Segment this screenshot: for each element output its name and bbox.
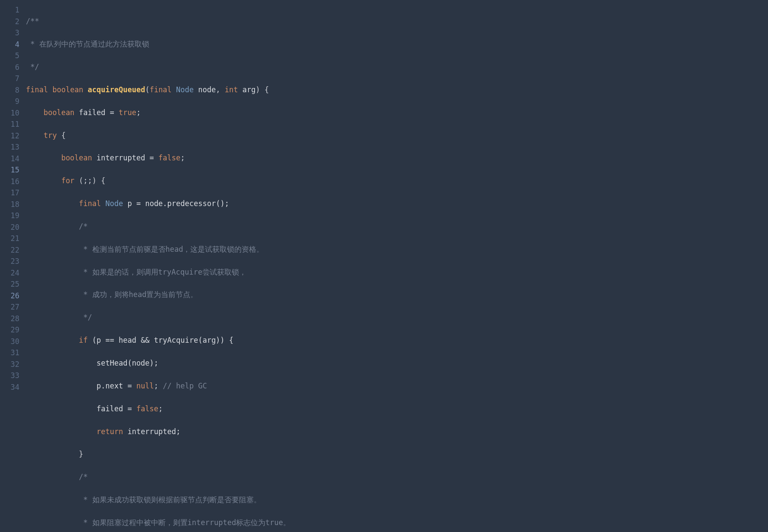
line-number: 8: [0, 84, 19, 96]
paren: (: [145, 85, 149, 94]
line-number: 11: [0, 119, 19, 130]
method-name: acquireQueued: [88, 85, 145, 94]
identifier: p = node.predecessor();: [127, 199, 229, 208]
line-number: 9: [0, 96, 19, 107]
code-line: p.next = null; // help GC: [26, 380, 768, 392]
statement: p.next =: [97, 382, 136, 390]
line-number: 5: [0, 50, 19, 62]
type-node: Node: [176, 85, 194, 94]
code-line: final Node p = node.predecessor();: [26, 198, 768, 210]
keyword-null: null: [136, 382, 154, 390]
brace: {: [57, 131, 66, 140]
code-line: * 如果未成功获取锁则根据前驱节点判断是否要阻塞。: [26, 494, 768, 506]
identifier: failed =: [79, 108, 119, 117]
line-number: 31: [0, 347, 19, 359]
keyword-if: if: [79, 336, 88, 344]
comment: * 成功，则将head置为当前节点。: [79, 290, 198, 299]
line-number: 3: [0, 27, 19, 39]
code-line: final boolean acquireQueued(final Node n…: [26, 84, 768, 96]
code-line: boolean failed = true;: [26, 107, 768, 119]
line-number: 22: [0, 244, 19, 256]
code-line: */: [26, 312, 768, 323]
identifier: interrupted;: [123, 427, 180, 436]
line-number: 21: [0, 233, 19, 244]
line-number: 33: [0, 370, 19, 382]
keyword-boolean: boolean: [61, 153, 92, 162]
code-line: /**: [26, 16, 768, 27]
line-number: 28: [0, 313, 19, 325]
line-number: 26: [0, 290, 19, 302]
code-line: * 检测当前节点前驱是否head，这是试获取锁的资格。: [26, 244, 768, 255]
line-number: 30: [0, 336, 19, 347]
code-line: }: [26, 448, 768, 460]
keyword-boolean: boolean: [44, 108, 75, 117]
line-number: 34: [0, 382, 19, 393]
code-line: if (p == head && tryAcquire(arg)) {: [26, 335, 768, 346]
comma: ,: [216, 85, 224, 94]
line-number: 14: [0, 153, 19, 165]
code-line: * 成功，则将head置为当前节点。: [26, 289, 768, 300]
method-call: setHead(node);: [97, 359, 158, 367]
line-number: 10: [0, 107, 19, 119]
brace: }: [79, 450, 83, 458]
code-content[interactable]: /** * 在队列中的节点通过此方法获取锁 */ final boolean a…: [26, 4, 768, 532]
comment: // help GC: [158, 382, 207, 390]
line-number: 12: [0, 130, 19, 142]
line-number: 13: [0, 141, 19, 153]
keyword-final: final: [150, 85, 172, 94]
semicolon: ;: [158, 404, 163, 413]
code-editor: 1 2 3 4 5 6 7 8 9 10 11 12 13 14 15 16 1…: [0, 0, 768, 532]
line-number: 18: [0, 199, 19, 210]
gutter: 1 2 3 4 5 6 7 8 9 10 11 12 13 14 15 16 1…: [0, 4, 26, 532]
statement: failed =: [97, 404, 136, 413]
type-node: Node: [105, 199, 123, 208]
line-number: 1: [0, 4, 19, 16]
comment: */: [26, 63, 39, 71]
comment: * 如果是的话，则调用tryAcquire尝试获取锁，: [79, 268, 246, 276]
keyword-for: for: [61, 176, 75, 185]
code-line: * 在队列中的节点通过此方法获取锁: [26, 38, 768, 50]
line-number: 25: [0, 279, 19, 290]
code-line: try {: [26, 130, 768, 141]
keyword-false: false: [136, 404, 158, 413]
line-number: 16: [0, 176, 19, 188]
paren-close: ) {: [255, 85, 269, 94]
condition: (p == head && tryAcquire(arg)) {: [88, 336, 233, 344]
code-line: * 如果阻塞过程中被中断，则置interrupted标志位为true。: [26, 517, 768, 529]
line-number: 2: [0, 16, 19, 28]
code-line: /*: [26, 471, 768, 483]
line-number: 17: [0, 187, 19, 199]
line-number: 27: [0, 301, 19, 313]
param-node: node: [198, 85, 216, 94]
code-line: /*: [26, 221, 768, 232]
line-number: 20: [0, 222, 19, 233]
line-number: 4: [0, 39, 19, 50]
code-line: boolean interrupted = false;: [26, 152, 768, 164]
keyword-true: true: [119, 108, 136, 117]
line-number: 15: [0, 164, 19, 176]
comment: /*: [79, 222, 88, 231]
semicolon: ;: [154, 382, 158, 390]
comment: * 检测当前节点前驱是否head，这是试获取锁的资格。: [79, 245, 264, 253]
keyword-final: final: [79, 199, 101, 208]
for-cond: (;;) {: [75, 176, 106, 185]
code-line: failed = false;: [26, 403, 768, 415]
code-line: * 如果是的话，则调用tryAcquire尝试获取锁，: [26, 266, 768, 278]
comment: * 在队列中的节点通过此方法获取锁: [26, 40, 149, 48]
keyword-boolean: boolean: [52, 85, 83, 94]
line-number: 6: [0, 62, 19, 73]
keyword-int: int: [225, 85, 238, 94]
param-arg: arg: [242, 85, 256, 94]
semicolon: ;: [180, 153, 185, 162]
identifier: interrupted =: [97, 153, 158, 162]
line-number: 24: [0, 267, 19, 279]
line-number: 19: [0, 210, 19, 222]
comment: /*: [79, 473, 88, 481]
code-line: */: [26, 61, 768, 73]
code-line: setHead(node);: [26, 357, 768, 369]
comment: /**: [26, 17, 39, 25]
code-line: for (;;) {: [26, 175, 768, 187]
comment: */: [79, 313, 92, 322]
line-number: 7: [0, 73, 19, 84]
comment: * 如果未成功获取锁则根据前驱节点判断是否要阻塞。: [79, 495, 261, 504]
